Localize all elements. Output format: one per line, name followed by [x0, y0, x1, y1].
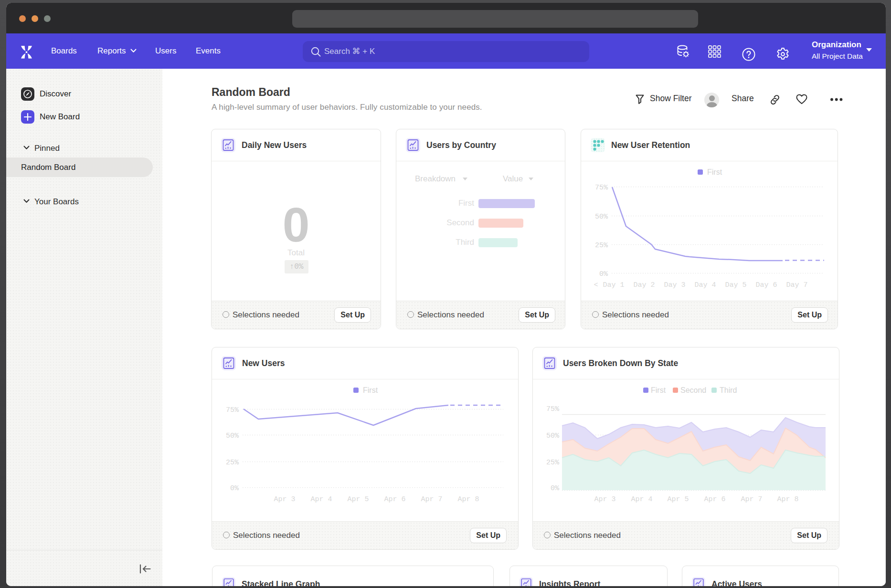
svg-text:75%: 75%	[546, 405, 560, 413]
svg-text:0%: 0%	[230, 484, 239, 493]
svg-text:Apr 6: Apr 6	[384, 495, 405, 504]
svg-text:Apr 4: Apr 4	[631, 495, 652, 504]
svg-text:Third: Third	[720, 386, 737, 394]
svg-text:First: First	[363, 386, 378, 394]
svg-text:Day 3: Day 3	[664, 281, 685, 289]
svg-text:25%: 25%	[595, 242, 608, 250]
svg-text:<: <	[594, 281, 598, 289]
svg-text:0%: 0%	[599, 270, 608, 278]
svg-text:Day 6: Day 6	[755, 281, 777, 289]
svg-text:Day 5: Day 5	[725, 281, 746, 289]
svg-text:25%: 25%	[226, 459, 239, 467]
svg-text:50%: 50%	[226, 432, 239, 440]
svg-text:Day 1: Day 1	[603, 281, 624, 289]
svg-text:Apr 4: Apr 4	[310, 495, 332, 504]
svg-text:Apr 3: Apr 3	[274, 495, 295, 504]
svg-text:75%: 75%	[595, 184, 608, 192]
svg-text:Apr 5: Apr 5	[347, 495, 369, 504]
svg-text:Apr 8: Apr 8	[777, 495, 798, 504]
svg-text:Apr 3: Apr 3	[594, 495, 615, 504]
svg-text:50%: 50%	[595, 213, 608, 221]
svg-text:First: First	[651, 386, 666, 394]
svg-text:Day 4: Day 4	[694, 281, 716, 289]
svg-text:Apr 7: Apr 7	[421, 495, 442, 504]
svg-text:Apr 8: Apr 8	[457, 495, 479, 504]
svg-text:Day 2: Day 2	[633, 281, 655, 289]
svg-text:Day 7: Day 7	[786, 281, 807, 289]
svg-text:First: First	[707, 168, 722, 176]
svg-text:Apr 6: Apr 6	[704, 495, 725, 504]
svg-text:Apr 7: Apr 7	[741, 495, 762, 504]
svg-text:75%: 75%	[226, 406, 239, 414]
svg-text:25%: 25%	[546, 459, 560, 467]
svg-text:Apr 5: Apr 5	[667, 495, 689, 504]
svg-text:Second: Second	[680, 386, 706, 394]
svg-text:0%: 0%	[551, 484, 560, 493]
svg-text:50%: 50%	[546, 432, 560, 440]
